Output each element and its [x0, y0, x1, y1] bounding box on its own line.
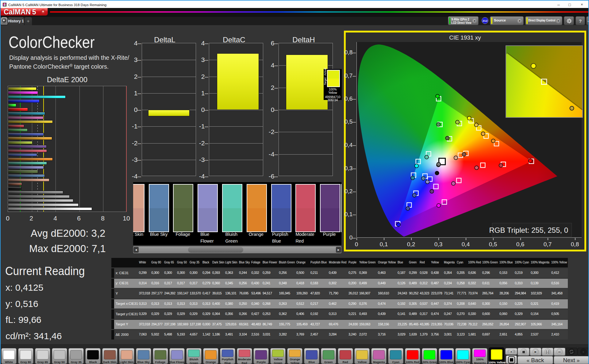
svg-text:5: 5 — [4, 3, 6, 6]
